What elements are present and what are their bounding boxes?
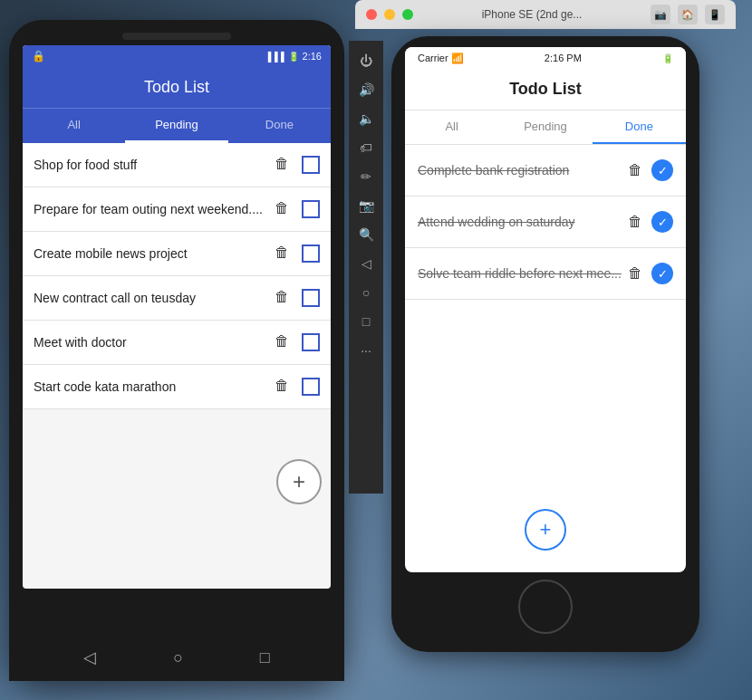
list-item-text: Complete bank registration [418,163,628,177]
emulator-sidebar: ⏻ 🔊 🔈 🏷 ✏ 📷 🔍 ◁ ○ □ ··· [349,41,383,494]
trash-icon[interactable]: 🗑 [275,378,293,396]
list-item-text: Prepare for team outing next weekend.... [34,202,275,216]
screenshot-icon[interactable]: 📷 [651,5,670,24]
battery-icon: 🔋 [288,52,299,62]
android-screen: 🔒 ▐▐▐ 🔋 2:16 Todo List All Pending Done [23,45,331,589]
time-label: 2:16 [303,51,322,62]
ios-battery: 🔋 [662,53,673,63]
ios-phone: Carrier 📶 2:16 PM 🔋 Todo List All Pendin… [391,36,699,652]
add-fab[interactable]: + [276,459,322,504]
ios-add-fab[interactable]: + [525,509,566,551]
checkbox[interactable] [302,245,320,263]
maximize-dot[interactable] [402,9,413,20]
ios-tab-pending[interactable]: Pending [498,110,592,144]
list-item-text: Start code kata marathon [34,379,275,394]
home-button[interactable]: ○ [173,648,183,667]
trash-icon[interactable]: 🗑 [628,265,642,282]
list-item: Complete bank registration 🗑 ✓ [405,145,686,197]
android-tab-done[interactable]: Done [228,109,331,143]
trash-icon[interactable]: 🗑 [275,156,293,174]
power-icon[interactable]: ⏻ [353,48,379,73]
list-item: New contract call on teusday 🗑 [23,276,331,321]
list-item-text: New contract call on teusday [34,291,275,305]
list-item-text: Solve team riddle before next mee... [418,266,628,281]
home-icon[interactable]: 🏠 [678,5,698,24]
ios-home-button[interactable] [518,580,573,634]
list-item: Meet with doctor 🗑 [23,321,331,365]
android-status-bar: 🔒 ▐▐▐ 🔋 2:16 [23,45,331,67]
ios-header: Todo List [405,69,686,110]
check-icon[interactable]: ✓ [651,263,673,284]
list-item-text: Attend wedding on saturday [418,215,628,229]
trash-icon[interactable]: 🗑 [628,162,642,178]
close-dot[interactable] [366,9,377,20]
edit-icon[interactable]: ✏ [353,164,379,189]
ios-screen: Carrier 📶 2:16 PM 🔋 Todo List All Pendin… [405,47,686,572]
checkbox[interactable] [302,333,320,351]
list-item-text: Meet with doctor [34,335,275,350]
volume-up-icon[interactable]: 🔊 [353,77,379,102]
ios-title: Todo List [509,80,582,98]
back-icon[interactable]: ◁ [353,251,379,276]
android-phone: 🔒 ▐▐▐ 🔋 2:16 Todo List All Pending Done [9,20,344,681]
window-title: iPhone SE (2nd ge... [420,8,643,21]
mac-window: iPhone SE (2nd ge... 📷 🏠 📱 Carrier 📶 2:1… [355,0,736,688]
checkbox[interactable] [302,289,320,307]
mac-titlebar: iPhone SE (2nd ge... 📷 🏠 📱 [355,0,736,29]
minimize-dot[interactable] [384,9,395,20]
trash-icon[interactable]: 🗑 [275,333,293,351]
signal-icon: ▐▐▐ [265,52,284,62]
camera-icon[interactable]: 📷 [353,193,379,218]
trash-icon[interactable]: 🗑 [275,200,293,218]
wifi-icon: 📶 [451,53,464,63]
checkbox[interactable] [302,156,320,174]
volume-down-icon[interactable]: 🔈 [353,106,379,131]
check-icon[interactable]: ✓ [651,211,673,233]
list-item-text: Shop for food stuff [34,158,275,172]
android-tab-pending[interactable]: Pending [125,109,227,143]
square-icon[interactable]: □ [353,309,379,334]
ios-list: Complete bank registration 🗑 ✓ Attend we… [405,145,686,487]
android-tabs: All Pending Done [23,108,331,143]
checkbox[interactable] [302,378,320,396]
list-item: Start code kata marathon 🗑 [23,365,331,409]
list-item: Attend wedding on saturday 🗑 ✓ [405,197,686,248]
android-nav-bar: ◁ ○ □ [9,634,344,681]
trash-icon[interactable]: 🗑 [275,289,293,307]
checkbox[interactable] [302,200,320,218]
trash-icon[interactable]: 🗑 [628,214,642,230]
ios-tab-done[interactable]: Done [593,110,686,144]
circle-icon[interactable]: ○ [353,280,379,305]
carrier-label: Carrier 📶 [418,53,464,64]
ios-tabs: All Pending Done [405,110,686,145]
ios-tab-all[interactable]: All [405,110,498,144]
android-speaker [122,33,231,40]
android-header: Todo List [23,67,331,108]
check-icon[interactable]: ✓ [651,159,673,181]
android-status-icons: ▐▐▐ 🔋 2:16 [265,51,322,62]
rotate-icon[interactable]: 🏷 [353,135,379,160]
back-button[interactable]: ◁ [83,647,96,667]
recents-button[interactable]: □ [260,648,270,667]
android-title: Todo List [144,78,209,96]
android-logo: 🔒 [32,50,45,62]
ios-status-bar: Carrier 📶 2:16 PM 🔋 [405,47,686,69]
android-tab-all[interactable]: All [23,109,125,143]
more-icon[interactable]: ··· [353,338,379,363]
list-item: Solve team riddle before next mee... 🗑 ✓ [405,248,686,300]
list-item: Prepare for team outing next weekend....… [23,187,331,232]
list-item: Shop for food stuff 🗑 [23,143,331,187]
mac-toolbar: 📷 🏠 📱 [651,5,725,24]
ios-time: 2:16 PM [545,53,582,63]
list-item: Create mobile news project 🗑 [23,232,331,276]
device-icon[interactable]: 📱 [705,5,725,24]
trash-icon[interactable]: 🗑 [275,245,293,263]
list-item-text: Create mobile news project [34,246,275,261]
zoom-icon[interactable]: 🔍 [353,222,379,247]
android-list: Shop for food stuff 🗑 Prepare for team o… [23,143,331,409]
